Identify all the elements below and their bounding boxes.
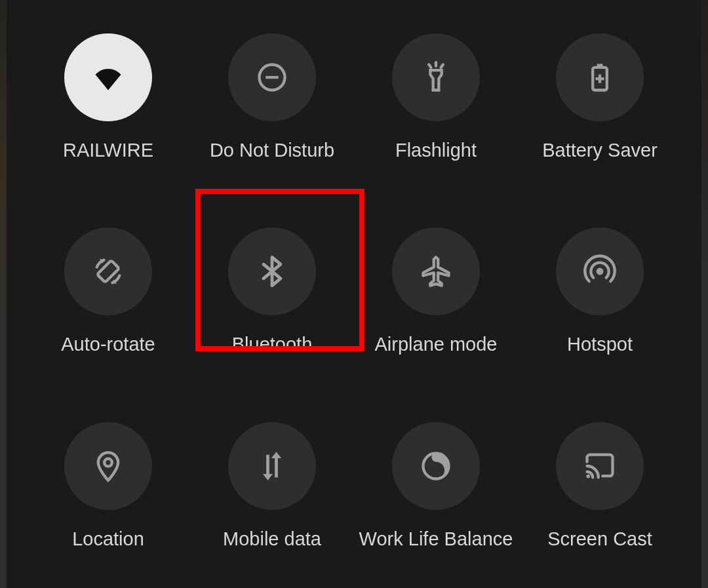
mobile-data-label: Mobile data <box>223 528 321 550</box>
quick-settings-panel: RAILWIRE Do Not Disturb Flashlight <box>7 0 701 588</box>
mobile-data-toggle[interactable] <box>228 422 316 510</box>
svg-rect-6 <box>597 64 603 67</box>
battery-saver-label: Battery Saver <box>542 140 658 161</box>
battery-saver-toggle[interactable] <box>556 33 644 121</box>
location-icon <box>91 449 125 483</box>
airplane-icon <box>419 254 453 288</box>
tile-hotspot: Hotspot <box>518 195 682 389</box>
mobile-data-icon <box>255 449 289 483</box>
auto-rotate-label: Auto-rotate <box>61 334 155 355</box>
tile-flashlight: Flashlight <box>354 0 518 195</box>
quick-settings-grid: RAILWIRE Do Not Disturb Flashlight <box>7 0 701 583</box>
auto-rotate-icon <box>91 254 125 288</box>
tile-auto-rotate: Auto-rotate <box>26 195 190 389</box>
tile-dnd: Do Not Disturb <box>190 0 354 195</box>
wifi-toggle[interactable] <box>64 33 152 121</box>
dnd-icon <box>255 60 289 94</box>
work-life-label: Work Life Balance <box>359 528 513 550</box>
svg-marker-17 <box>271 452 281 458</box>
svg-marker-15 <box>263 474 273 480</box>
screen-cast-toggle[interactable] <box>556 422 644 510</box>
work-life-toggle[interactable] <box>392 422 480 510</box>
bluetooth-icon <box>255 254 289 288</box>
hotspot-icon <box>583 254 617 288</box>
flashlight-icon <box>419 60 453 94</box>
location-toggle[interactable] <box>64 422 152 510</box>
airplane-mode-label: Airplane mode <box>375 334 498 355</box>
location-label: Location <box>72 528 144 550</box>
airplane-mode-toggle[interactable] <box>392 227 480 315</box>
tile-work-life: Work Life Balance <box>354 389 518 583</box>
svg-line-3 <box>429 64 431 67</box>
dnd-toggle[interactable] <box>228 33 316 121</box>
auto-rotate-toggle[interactable] <box>64 227 152 315</box>
work-life-icon <box>419 449 453 483</box>
bluetooth-toggle[interactable] <box>228 227 316 315</box>
tile-screen-cast: Screen Cast <box>518 389 682 583</box>
hotspot-label: Hotspot <box>567 334 633 355</box>
tile-location: Location <box>26 389 190 583</box>
wifi-label: RAILWIRE <box>63 140 153 161</box>
flashlight-toggle[interactable] <box>392 33 480 121</box>
svg-point-12 <box>597 268 604 275</box>
wifi-icon <box>91 60 125 94</box>
tile-airplane-mode: Airplane mode <box>354 195 518 389</box>
svg-line-4 <box>441 64 443 67</box>
dnd-label: Do Not Disturb <box>210 140 334 161</box>
tile-bluetooth: Bluetooth <box>190 195 354 389</box>
screen-cast-icon <box>583 449 617 483</box>
svg-point-13 <box>104 459 112 467</box>
hotspot-toggle[interactable] <box>556 227 644 315</box>
bluetooth-label: Bluetooth <box>232 334 313 355</box>
tile-battery-saver: Battery Saver <box>518 0 682 195</box>
svg-point-19 <box>586 475 590 479</box>
tile-wifi: RAILWIRE <box>26 0 190 195</box>
flashlight-label: Flashlight <box>395 140 477 161</box>
battery-saver-icon <box>583 60 617 94</box>
screen-cast-label: Screen Cast <box>547 528 652 550</box>
tile-mobile-data: Mobile data <box>190 389 354 583</box>
